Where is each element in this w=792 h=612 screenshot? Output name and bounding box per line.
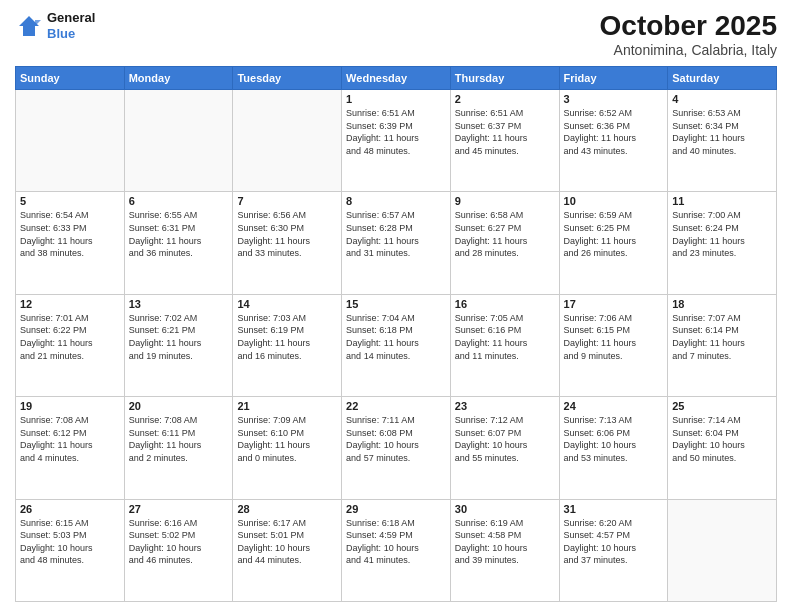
day-number: 23 xyxy=(455,400,555,412)
calendar-cell: 22Sunrise: 7:11 AM Sunset: 6:08 PM Dayli… xyxy=(342,397,451,499)
calendar-cell: 18Sunrise: 7:07 AM Sunset: 6:14 PM Dayli… xyxy=(668,294,777,396)
day-info: Sunrise: 7:12 AM Sunset: 6:07 PM Dayligh… xyxy=(455,414,555,464)
day-info: Sunrise: 7:04 AM Sunset: 6:18 PM Dayligh… xyxy=(346,312,446,362)
calendar-cell: 31Sunrise: 6:20 AM Sunset: 4:57 PM Dayli… xyxy=(559,499,668,601)
day-number: 14 xyxy=(237,298,337,310)
title-block: October 2025 Antonimina, Calabria, Italy xyxy=(600,10,777,58)
calendar-cell: 21Sunrise: 7:09 AM Sunset: 6:10 PM Dayli… xyxy=(233,397,342,499)
header-monday: Monday xyxy=(124,67,233,90)
calendar-cell: 3Sunrise: 6:52 AM Sunset: 6:36 PM Daylig… xyxy=(559,90,668,192)
day-number: 11 xyxy=(672,195,772,207)
day-info: Sunrise: 6:59 AM Sunset: 6:25 PM Dayligh… xyxy=(564,209,664,259)
day-info: Sunrise: 7:13 AM Sunset: 6:06 PM Dayligh… xyxy=(564,414,664,464)
day-number: 8 xyxy=(346,195,446,207)
day-info: Sunrise: 7:06 AM Sunset: 6:15 PM Dayligh… xyxy=(564,312,664,362)
day-info: Sunrise: 7:07 AM Sunset: 6:14 PM Dayligh… xyxy=(672,312,772,362)
day-number: 24 xyxy=(564,400,664,412)
day-number: 13 xyxy=(129,298,229,310)
calendar-table: SundayMondayTuesdayWednesdayThursdayFrid… xyxy=(15,66,777,602)
day-number: 15 xyxy=(346,298,446,310)
day-number: 31 xyxy=(564,503,664,515)
week-row-4: 19Sunrise: 7:08 AM Sunset: 6:12 PM Dayli… xyxy=(16,397,777,499)
header: General Blue October 2025 Antonimina, Ca… xyxy=(15,10,777,58)
calendar-cell: 25Sunrise: 7:14 AM Sunset: 6:04 PM Dayli… xyxy=(668,397,777,499)
calendar-cell: 1Sunrise: 6:51 AM Sunset: 6:39 PM Daylig… xyxy=(342,90,451,192)
calendar-cell: 24Sunrise: 7:13 AM Sunset: 6:06 PM Dayli… xyxy=(559,397,668,499)
day-info: Sunrise: 6:17 AM Sunset: 5:01 PM Dayligh… xyxy=(237,517,337,567)
day-info: Sunrise: 6:18 AM Sunset: 4:59 PM Dayligh… xyxy=(346,517,446,567)
day-number: 19 xyxy=(20,400,120,412)
calendar-cell xyxy=(233,90,342,192)
week-row-5: 26Sunrise: 6:15 AM Sunset: 5:03 PM Dayli… xyxy=(16,499,777,601)
calendar-cell: 14Sunrise: 7:03 AM Sunset: 6:19 PM Dayli… xyxy=(233,294,342,396)
week-row-3: 12Sunrise: 7:01 AM Sunset: 6:22 PM Dayli… xyxy=(16,294,777,396)
day-info: Sunrise: 6:16 AM Sunset: 5:02 PM Dayligh… xyxy=(129,517,229,567)
calendar-cell: 19Sunrise: 7:08 AM Sunset: 6:12 PM Dayli… xyxy=(16,397,125,499)
day-number: 21 xyxy=(237,400,337,412)
logo-text: General Blue xyxy=(47,10,95,41)
header-sunday: Sunday xyxy=(16,67,125,90)
day-info: Sunrise: 7:02 AM Sunset: 6:21 PM Dayligh… xyxy=(129,312,229,362)
logo: General Blue xyxy=(15,10,95,41)
day-number: 18 xyxy=(672,298,772,310)
calendar-cell: 8Sunrise: 6:57 AM Sunset: 6:28 PM Daylig… xyxy=(342,192,451,294)
calendar-cell xyxy=(668,499,777,601)
header-wednesday: Wednesday xyxy=(342,67,451,90)
day-number: 22 xyxy=(346,400,446,412)
week-row-1: 1Sunrise: 6:51 AM Sunset: 6:39 PM Daylig… xyxy=(16,90,777,192)
day-number: 20 xyxy=(129,400,229,412)
day-info: Sunrise: 7:03 AM Sunset: 6:19 PM Dayligh… xyxy=(237,312,337,362)
logo-icon xyxy=(15,12,43,40)
day-info: Sunrise: 6:57 AM Sunset: 6:28 PM Dayligh… xyxy=(346,209,446,259)
calendar-cell: 11Sunrise: 7:00 AM Sunset: 6:24 PM Dayli… xyxy=(668,192,777,294)
day-number: 1 xyxy=(346,93,446,105)
day-number: 25 xyxy=(672,400,772,412)
calendar-cell: 9Sunrise: 6:58 AM Sunset: 6:27 PM Daylig… xyxy=(450,192,559,294)
day-info: Sunrise: 7:08 AM Sunset: 6:12 PM Dayligh… xyxy=(20,414,120,464)
calendar-cell: 13Sunrise: 7:02 AM Sunset: 6:21 PM Dayli… xyxy=(124,294,233,396)
day-info: Sunrise: 6:56 AM Sunset: 6:30 PM Dayligh… xyxy=(237,209,337,259)
calendar-header-row: SundayMondayTuesdayWednesdayThursdayFrid… xyxy=(16,67,777,90)
day-info: Sunrise: 7:09 AM Sunset: 6:10 PM Dayligh… xyxy=(237,414,337,464)
day-info: Sunrise: 7:08 AM Sunset: 6:11 PM Dayligh… xyxy=(129,414,229,464)
day-number: 7 xyxy=(237,195,337,207)
day-info: Sunrise: 7:11 AM Sunset: 6:08 PM Dayligh… xyxy=(346,414,446,464)
day-number: 2 xyxy=(455,93,555,105)
svg-marker-1 xyxy=(19,16,39,36)
day-info: Sunrise: 7:01 AM Sunset: 6:22 PM Dayligh… xyxy=(20,312,120,362)
day-info: Sunrise: 6:55 AM Sunset: 6:31 PM Dayligh… xyxy=(129,209,229,259)
day-number: 17 xyxy=(564,298,664,310)
day-info: Sunrise: 6:52 AM Sunset: 6:36 PM Dayligh… xyxy=(564,107,664,157)
calendar-cell: 26Sunrise: 6:15 AM Sunset: 5:03 PM Dayli… xyxy=(16,499,125,601)
day-info: Sunrise: 7:05 AM Sunset: 6:16 PM Dayligh… xyxy=(455,312,555,362)
calendar-cell: 10Sunrise: 6:59 AM Sunset: 6:25 PM Dayli… xyxy=(559,192,668,294)
day-number: 3 xyxy=(564,93,664,105)
day-number: 12 xyxy=(20,298,120,310)
day-number: 29 xyxy=(346,503,446,515)
day-number: 9 xyxy=(455,195,555,207)
day-info: Sunrise: 6:51 AM Sunset: 6:39 PM Dayligh… xyxy=(346,107,446,157)
header-saturday: Saturday xyxy=(668,67,777,90)
calendar-cell: 29Sunrise: 6:18 AM Sunset: 4:59 PM Dayli… xyxy=(342,499,451,601)
day-info: Sunrise: 6:53 AM Sunset: 6:34 PM Dayligh… xyxy=(672,107,772,157)
logo-line1: General xyxy=(47,10,95,26)
week-row-2: 5Sunrise: 6:54 AM Sunset: 6:33 PM Daylig… xyxy=(16,192,777,294)
day-number: 28 xyxy=(237,503,337,515)
day-number: 16 xyxy=(455,298,555,310)
month-title: October 2025 xyxy=(600,10,777,42)
calendar-cell: 28Sunrise: 6:17 AM Sunset: 5:01 PM Dayli… xyxy=(233,499,342,601)
calendar-cell: 20Sunrise: 7:08 AM Sunset: 6:11 PM Dayli… xyxy=(124,397,233,499)
day-info: Sunrise: 6:15 AM Sunset: 5:03 PM Dayligh… xyxy=(20,517,120,567)
header-friday: Friday xyxy=(559,67,668,90)
calendar-cell: 6Sunrise: 6:55 AM Sunset: 6:31 PM Daylig… xyxy=(124,192,233,294)
calendar-cell: 17Sunrise: 7:06 AM Sunset: 6:15 PM Dayli… xyxy=(559,294,668,396)
header-tuesday: Tuesday xyxy=(233,67,342,90)
calendar-cell: 4Sunrise: 6:53 AM Sunset: 6:34 PM Daylig… xyxy=(668,90,777,192)
calendar-cell: 30Sunrise: 6:19 AM Sunset: 4:58 PM Dayli… xyxy=(450,499,559,601)
day-info: Sunrise: 6:58 AM Sunset: 6:27 PM Dayligh… xyxy=(455,209,555,259)
day-number: 27 xyxy=(129,503,229,515)
day-number: 6 xyxy=(129,195,229,207)
day-number: 5 xyxy=(20,195,120,207)
calendar-cell xyxy=(124,90,233,192)
day-info: Sunrise: 6:20 AM Sunset: 4:57 PM Dayligh… xyxy=(564,517,664,567)
